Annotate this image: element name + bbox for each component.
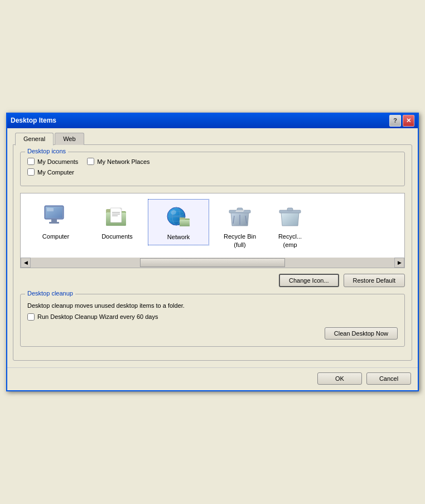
- icon-list-container: Computer: [20, 193, 405, 268]
- checkbox-my-network-places[interactable]: My Network Places: [87, 158, 149, 165]
- checkbox-my-computer-input[interactable]: [27, 168, 35, 176]
- title-bar-controls: ? ✕: [389, 115, 414, 127]
- icon-item-recycle-full[interactable]: Recycle Bin (full): [209, 199, 271, 252]
- icon-item-documents[interactable]: Documents: [86, 199, 148, 244]
- network-icon: [165, 203, 192, 230]
- icon-action-buttons: Change Icon... Restore Default: [20, 274, 405, 287]
- icon-item-recycle-empty[interactable]: Recycl... (emp: [271, 199, 310, 252]
- svg-rect-10: [110, 208, 122, 222]
- documents-icon: [104, 202, 131, 229]
- svg-marker-30: [281, 212, 299, 226]
- svg-rect-32: [287, 208, 293, 211]
- tab-bar: General Web: [13, 133, 412, 145]
- recycle-empty-icon: [277, 202, 303, 229]
- desktop-icons-label: Desktop icons: [25, 148, 68, 154]
- checkbox-row-2: My Computer: [27, 168, 398, 176]
- checkbox-my-network-places-input[interactable]: [87, 158, 94, 165]
- restore-default-button[interactable]: Restore Default: [344, 274, 405, 287]
- cancel-button[interactable]: Cancel: [366, 372, 411, 385]
- checkbox-row-1: My Documents My Network Places: [27, 158, 398, 165]
- ok-button[interactable]: OK: [317, 372, 362, 385]
- checkbox-run-cleanup-input[interactable]: [27, 313, 35, 321]
- icon-list: Computer: [21, 193, 404, 258]
- svg-rect-23: [180, 220, 190, 226]
- title-bar: Desktop Items ? ✕: [7, 113, 418, 128]
- dialog-title: Desktop Items: [11, 117, 56, 124]
- desktop-items-dialog: Desktop Items ? ✕ General Web Desktop ic…: [6, 113, 419, 391]
- icon-label-recycle-full: Recycle Bin (full): [224, 232, 256, 249]
- svg-rect-5: [47, 208, 54, 211]
- desktop-cleanup-group: Desktop cleanup Desktop cleanup moves un…: [20, 294, 405, 347]
- scroll-track[interactable]: [31, 258, 394, 268]
- checkbox-my-computer[interactable]: My Computer: [27, 168, 74, 176]
- dialog-content: General Web Desktop icons My Documents M…: [7, 128, 418, 367]
- tab-content-general: Desktop icons My Documents My Network Pl…: [13, 144, 412, 361]
- close-button[interactable]: ✕: [403, 115, 414, 127]
- help-button[interactable]: ?: [389, 115, 401, 127]
- checkbox-run-cleanup[interactable]: Run Desktop Cleanup Wizard every 60 days: [27, 313, 398, 321]
- scroll-thumb[interactable]: [140, 258, 286, 267]
- icon-item-computer[interactable]: Computer: [25, 199, 86, 244]
- checkbox-my-documents[interactable]: My Documents: [27, 158, 78, 165]
- svg-rect-22: [180, 217, 185, 220]
- scroll-right-button[interactable]: ▶: [394, 258, 404, 268]
- checkbox-my-documents-input[interactable]: [27, 158, 35, 165]
- icon-label-network: Network: [167, 233, 190, 241]
- icon-label-recycle-empty: Recycl... (emp: [278, 232, 302, 249]
- footer: OK Cancel: [7, 367, 418, 390]
- tab-web[interactable]: Web: [55, 133, 84, 145]
- svg-rect-4: [49, 222, 59, 224]
- tab-general[interactable]: General: [15, 133, 54, 146]
- desktop-cleanup-label: Desktop cleanup: [25, 290, 75, 297]
- clean-desktop-now-button[interactable]: Clean Desktop Now: [325, 327, 398, 340]
- icon-item-network[interactable]: Network: [148, 199, 209, 245]
- computer-icon: [42, 202, 69, 229]
- desktop-icons-group: Desktop icons My Documents My Network Pl…: [20, 152, 405, 186]
- change-icon-button[interactable]: Change Icon...: [279, 274, 339, 287]
- svg-rect-3: [51, 219, 57, 222]
- recycle-full-icon: [226, 202, 253, 229]
- cleanup-description: Desktop cleanup moves unused desktop ite…: [27, 302, 398, 309]
- scrollbar: ◀ ▶: [21, 258, 404, 268]
- icon-label-documents: Documents: [102, 232, 133, 240]
- icon-label-computer: Computer: [42, 232, 69, 240]
- scroll-left-button[interactable]: ◀: [21, 258, 31, 268]
